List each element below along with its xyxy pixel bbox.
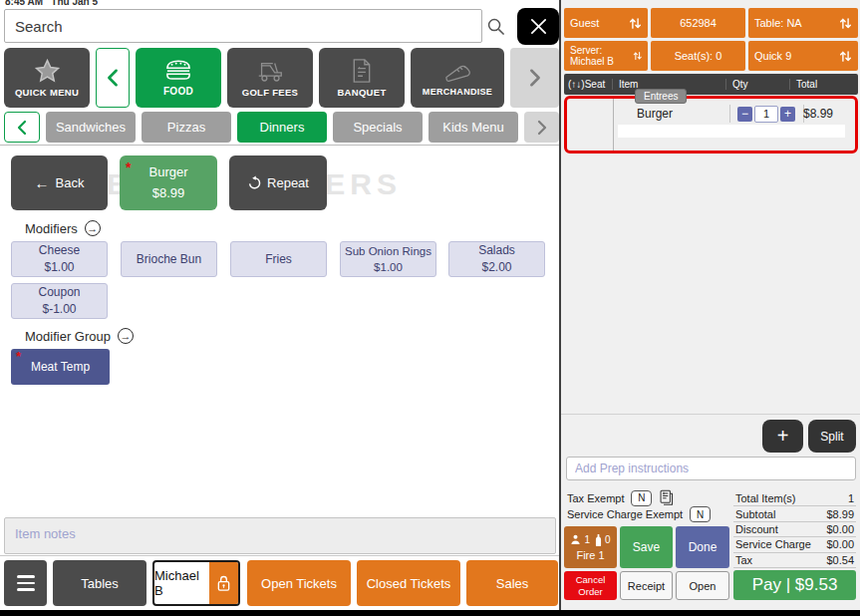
modifier-label: Salads xyxy=(478,242,515,259)
category-banquet[interactable]: BANQUET xyxy=(319,48,405,108)
open-label: Open xyxy=(690,580,717,592)
qty-value[interactable]: 1 xyxy=(754,106,778,123)
main-menu-button[interactable] xyxy=(4,560,47,606)
item-notes-input[interactable] xyxy=(4,517,556,554)
repeat-label: Repeat xyxy=(267,175,309,190)
current-user-label: Michael B xyxy=(154,562,209,604)
categories-scroll-right[interactable] xyxy=(510,48,559,108)
item-price: $8.99 xyxy=(152,183,185,203)
required-asterisk: * xyxy=(126,157,131,179)
done-button[interactable]: Done xyxy=(676,526,729,568)
modifier-price: $2.00 xyxy=(481,259,511,276)
current-user-button[interactable]: Michael B xyxy=(152,560,240,606)
modifier-coupon[interactable]: Coupon $-1.00 xyxy=(11,283,108,319)
sales-label: Sales xyxy=(496,576,529,591)
subcategory-specials[interactable]: Specials xyxy=(333,112,423,143)
modifier-label: Sub Onion Rings xyxy=(345,243,431,259)
item-burger-button[interactable]: * Burger $8.99 xyxy=(120,155,217,210)
category-food[interactable]: FOOD xyxy=(136,48,221,108)
repeat-icon xyxy=(247,175,262,190)
service-charge-exempt-toggle[interactable]: N xyxy=(690,506,711,522)
total-label: Subtotal xyxy=(735,508,775,520)
subcategories-scroll-right[interactable] xyxy=(524,112,559,143)
table-button[interactable]: Table: NA xyxy=(748,8,858,38)
open-button[interactable]: Open xyxy=(676,571,729,600)
category-merchandise[interactable]: MERCHANDISE xyxy=(411,48,504,108)
chevron-right-icon xyxy=(537,120,547,136)
pay-button[interactable]: Pay | $9.53 xyxy=(733,570,856,600)
modifier-fries[interactable]: Fries xyxy=(230,241,327,277)
cancel-order-button[interactable]: Cancel Order xyxy=(564,571,617,600)
modifier-label: Brioche Bun xyxy=(137,251,201,268)
split-button[interactable]: Split xyxy=(808,420,856,453)
receipt-button[interactable]: Receipt xyxy=(620,571,673,600)
quick-label: Quick 9 xyxy=(754,50,791,62)
swap-icon xyxy=(629,17,642,30)
subcategory-label: Specials xyxy=(353,120,402,135)
total-label: Discount xyxy=(735,523,778,535)
ticket-panel: Guest 652984 Table: NA Server: Michael B… xyxy=(559,0,860,610)
qty-stepper: − 1 + xyxy=(729,105,804,123)
prep-instructions-input[interactable] xyxy=(566,457,856,480)
total-value: $0.00 xyxy=(826,538,854,550)
search-input[interactable] xyxy=(4,9,482,43)
total-value: $8.99 xyxy=(826,508,854,520)
closed-tickets-button[interactable]: Closed Tickets xyxy=(357,560,460,606)
search-icon xyxy=(486,17,505,36)
modifier-salads[interactable]: Salads $2.00 xyxy=(448,241,545,277)
modifier-sub-onion-rings[interactable]: Sub Onion Rings $1.00 xyxy=(340,241,436,277)
item-label: Burger xyxy=(148,162,187,182)
divider xyxy=(0,145,559,146)
selected-ticket-item[interactable]: Entrees Burger − 1 + $8.99 xyxy=(564,96,858,154)
category-golf-fees[interactable]: GOLF FEES xyxy=(227,48,313,108)
expand-modifier-group-icon[interactable]: → xyxy=(118,328,134,344)
close-search-button[interactable] xyxy=(517,8,559,45)
guests-icon xyxy=(570,534,581,545)
modifier-brioche-bun[interactable]: Brioche Bun xyxy=(121,241,217,277)
qty-decrease-button[interactable]: − xyxy=(737,107,752,122)
fire-button[interactable]: 1 0 Fire 1 xyxy=(564,526,617,568)
categories-scroll-left[interactable] xyxy=(96,48,130,108)
modifier-group-label: Modifier Group xyxy=(25,329,111,344)
category-label: BANQUET xyxy=(337,87,386,98)
lock-segment xyxy=(209,562,238,604)
seats-button[interactable]: Seat(s): 0 xyxy=(651,41,745,71)
repeat-button[interactable]: Repeat xyxy=(229,155,327,210)
service-charge-row: Service Charge$0.00 xyxy=(733,537,856,552)
star-icon xyxy=(34,59,61,84)
col-total[interactable]: Total xyxy=(790,79,858,90)
back-arrow-icon: ← xyxy=(35,174,50,191)
quick-button[interactable]: Quick 9 xyxy=(748,41,858,71)
subcategory-sandwiches[interactable]: Sandwiches xyxy=(46,112,136,143)
server-button[interactable]: Server: Michael B xyxy=(564,41,648,71)
tax-exempt-toggle[interactable]: N xyxy=(631,490,652,506)
modifier-price: $-1.00 xyxy=(42,301,76,318)
expand-modifiers-icon[interactable]: → xyxy=(85,220,101,236)
add-item-button[interactable]: + xyxy=(762,420,803,453)
category-quick-menu[interactable]: QUICK MENU xyxy=(4,48,90,108)
guest-button[interactable]: Guest xyxy=(564,8,648,38)
order-number[interactable]: 652984 xyxy=(651,8,745,38)
modifier-cheese[interactable]: Cheese $1.00 xyxy=(11,241,108,277)
save-button[interactable]: Save xyxy=(620,526,673,568)
back-button[interactable]: ← Back xyxy=(11,155,108,210)
sales-button[interactable]: Sales xyxy=(466,560,558,606)
qty-increase-button[interactable]: + xyxy=(780,107,795,122)
server-label: Server: Michael B xyxy=(570,45,633,67)
col-seat[interactable]: (↑↓)Seat xyxy=(564,79,613,90)
modifier-group-meat-temp[interactable]: * Meat Temp xyxy=(11,349,110,385)
subcategory-pizzas[interactable]: Pizzas xyxy=(142,112,231,143)
modifier-sub-row[interactable] xyxy=(618,125,845,138)
golf-cart-icon xyxy=(255,59,285,84)
tables-button[interactable]: Tables xyxy=(53,560,146,606)
receipt-preview-icon[interactable] xyxy=(659,489,675,506)
modifiers-header: Modifiers → xyxy=(25,220,101,236)
subcategory-kids-menu[interactable]: Kids Menu xyxy=(429,112,518,143)
col-qty[interactable]: Qty xyxy=(726,79,790,90)
open-tickets-button[interactable]: Open Tickets xyxy=(247,560,351,606)
guest-count: 1 xyxy=(584,534,590,545)
subcategories-scroll-left[interactable] xyxy=(4,112,40,143)
ticket-columns-header: (↑↓)Seat Item Qty Total xyxy=(564,74,858,95)
total-items-row: Total Item(s)1 xyxy=(733,491,856,506)
subcategory-dinners[interactable]: Dinners xyxy=(237,112,327,143)
